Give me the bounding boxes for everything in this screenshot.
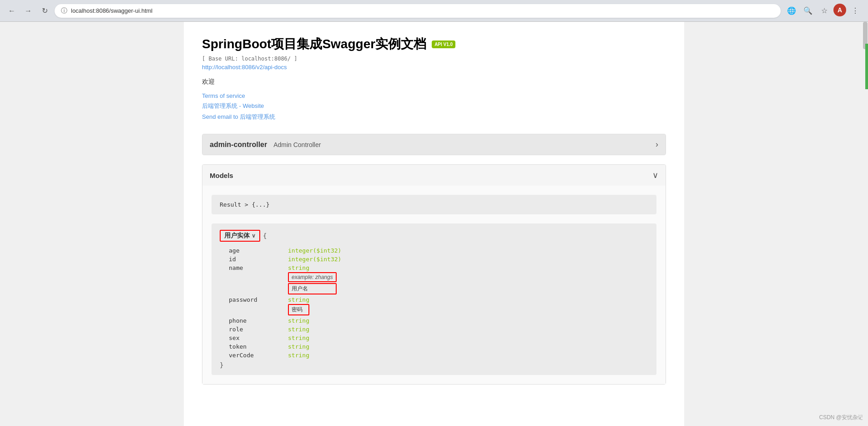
models-header[interactable]: Models ∨ [202,165,666,186]
address-bar[interactable]: ⓘ localhost:8086/swagger-ui.html [55,4,781,18]
entity-expand-chevron: ∨ [252,233,256,239]
field-type-id: integer($int32) [288,256,341,263]
models-section: Models ∨ Result > {...} 用户实体 ∨ { [202,164,666,385]
user-entity-section: 用户实体 ∨ { age integer($int32) [212,223,656,375]
field-name-phone: phone [229,317,274,324]
reload-button[interactable]: ↻ [38,5,51,17]
field-type-name-block: string example: zhangs 用户名 [288,264,337,294]
field-name-name: name [229,264,274,271]
welcome-text: 欢迎 [202,78,666,86]
swagger-content: SpringBoot项目集成Swagger实例文档 API V1.0 [ Bas… [184,22,684,426]
field-type-password-block: string 密码 [288,296,309,315]
field-type-vercode: string [288,352,309,359]
models-chevron-icon: ∨ [652,170,658,180]
translate-button[interactable]: 🌐 [784,4,799,18]
models-title: Models [210,172,233,179]
controller-name: admin-controller [210,141,267,148]
forward-button[interactable]: → [22,5,35,17]
field-type-name: string [288,264,337,271]
field-type-phone: string [288,317,309,324]
field-type-token: string [288,343,309,350]
field-row-id: id integer($int32) [229,256,648,263]
field-name-password: password [229,296,274,303]
admin-controller-header[interactable]: admin-controller Admin Controller › [202,134,666,155]
search-button[interactable]: 🔍 [801,4,815,18]
field-row-password: password string 密码 [229,296,648,315]
controller-title-area: admin-controller Admin Controller [210,141,321,149]
field-type-password: string [288,296,309,303]
api-version-badge: API V1.0 [432,41,455,48]
field-row-age: age integer($int32) [229,247,648,254]
field-desc-name: 用户名 [288,283,337,294]
field-name-sex: sex [229,335,274,341]
entity-close-brace: } [220,361,648,369]
entity-header: 用户实体 ∨ { [220,230,648,242]
field-row-token: token string [229,343,648,350]
result-model-text: Result > {...} [220,201,270,208]
entity-fields: age integer($int32) id integer($int32) n… [229,247,648,359]
field-name-role: role [229,326,274,333]
csdn-watermark: CSDN @安忧杂记 [819,414,863,421]
browser-chrome: ← → ↻ ⓘ localhost:8086/swagger-ui.html 🌐… [0,0,868,22]
field-row-name: name string example: zhangs 用户名 [229,264,648,294]
back-button[interactable]: ← [5,5,18,17]
page-title: SpringBoot项目集成Swagger实例文档 [202,36,426,53]
admin-controller-section: admin-controller Admin Controller › [202,134,666,155]
field-type-age: integer($int32) [288,247,341,254]
field-row-role: role string [229,326,648,333]
field-name-id: id [229,256,274,263]
field-row-vercode: verCode string [229,352,648,359]
terms-of-service-link[interactable]: Terms of service [202,92,666,99]
field-name-token: token [229,343,274,350]
scroll-position-indicator [865,44,868,89]
field-type-sex: string [288,335,309,341]
url-text: localhost:8086/swagger-ui.html [71,7,152,14]
menu-button[interactable]: ⋮ [848,4,863,18]
field-row-phone: phone string [229,317,648,324]
info-icon: ⓘ [61,7,67,15]
email-link[interactable]: Send email to 后端管理系统 [202,113,666,121]
swagger-title-area: SpringBoot项目集成Swagger实例文档 API V1.0 [202,36,666,53]
website-link[interactable]: 后端管理系统 - Website [202,102,666,110]
field-row-sex: sex string [229,335,648,341]
controller-desc: Admin Controller [273,141,321,148]
browser-actions: 🌐 🔍 ☆ A ⋮ [784,4,863,18]
field-example-name: example: zhangs [288,272,337,282]
controller-expand-arrow: › [656,140,658,149]
field-desc-password: 密码 [288,304,309,315]
profile-button[interactable]: A [833,4,846,16]
entity-open-brace: { [263,232,267,239]
base-url-label: [ Base URL: localhost:8086/ ] [202,56,666,62]
field-type-role: string [288,326,309,333]
field-name-age: age [229,247,274,254]
page-wrapper: SpringBoot项目集成Swagger实例文档 API V1.0 [ Bas… [0,22,868,426]
api-docs-link[interactable]: http://localhost:8086/v2/api-docs [202,64,666,71]
result-model[interactable]: Result > {...} [212,195,656,214]
field-name-vercode: verCode [229,352,274,359]
models-body: Result > {...} 用户实体 ∨ { age [202,186,666,384]
bookmark-button[interactable]: ☆ [817,4,832,18]
user-entity-name[interactable]: 用户实体 ∨ [220,230,260,242]
